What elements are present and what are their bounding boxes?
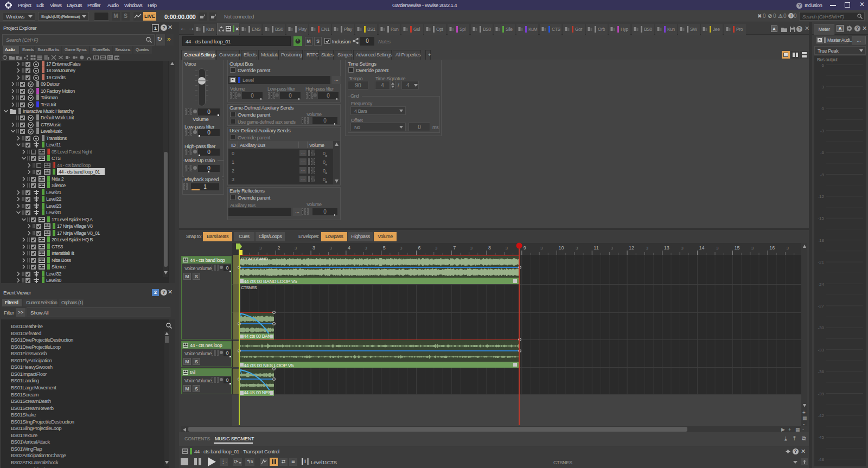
svg-text:4: 4: [348, 245, 350, 251]
svg-text:3: 3: [787, 246, 789, 251]
svg-text:-18: -18: [818, 238, 824, 243]
svg-text:6: 6: [822, 63, 825, 68]
svg-text:-6: -6: [820, 150, 825, 155]
svg-text:-24: -24: [818, 282, 824, 287]
svg-text:5: 5: [383, 245, 386, 251]
svg-text:13: 13: [664, 245, 669, 251]
svg-text:3: 3: [330, 246, 333, 251]
svg-text:3: 3: [470, 246, 473, 251]
svg-text:3: 3: [505, 246, 508, 251]
svg-text:-15: -15: [818, 216, 824, 221]
svg-text:0: 0: [822, 106, 825, 111]
svg-text:7: 7: [453, 245, 456, 251]
svg-text:3: 3: [646, 246, 649, 251]
svg-text:2: 2: [277, 245, 280, 251]
svg-text:-30: -30: [818, 325, 824, 330]
svg-text:6: 6: [418, 245, 421, 251]
svg-text:11: 11: [593, 245, 598, 251]
svg-text:-27: -27: [818, 304, 824, 309]
svg-text:3: 3: [822, 85, 825, 89]
svg-text:16: 16: [769, 245, 775, 251]
svg-text:15: 15: [734, 245, 739, 251]
svg-text:3: 3: [540, 246, 543, 251]
svg-text:3: 3: [435, 246, 438, 251]
svg-text:-33: -33: [818, 348, 824, 352]
svg-text:3: 3: [576, 246, 578, 251]
svg-text:8: 8: [488, 245, 491, 251]
svg-text:3: 3: [681, 246, 684, 251]
svg-text:3: 3: [400, 246, 403, 251]
svg-text:3: 3: [716, 246, 719, 251]
svg-text:-48: -48: [818, 457, 824, 462]
svg-text:-3: -3: [820, 129, 825, 133]
svg-text:3: 3: [312, 245, 315, 251]
svg-text:-42: -42: [818, 413, 824, 418]
svg-text:-9: -9: [820, 172, 825, 177]
svg-text:-21: -21: [818, 260, 824, 265]
svg-text:9: 9: [524, 245, 526, 251]
svg-text:-36: -36: [818, 369, 824, 374]
svg-text:-39: -39: [818, 392, 824, 396]
svg-text:3: 3: [365, 246, 367, 251]
svg-text:3: 3: [295, 246, 297, 251]
svg-text:3: 3: [611, 246, 614, 251]
svg-text:10: 10: [559, 245, 564, 251]
svg-text:-12: -12: [818, 194, 824, 199]
svg-text:14: 14: [699, 245, 705, 251]
svg-text:-45: -45: [818, 435, 824, 440]
svg-text:12: 12: [629, 245, 634, 251]
svg-text:3: 3: [751, 246, 754, 251]
svg-text:3: 3: [259, 246, 262, 251]
